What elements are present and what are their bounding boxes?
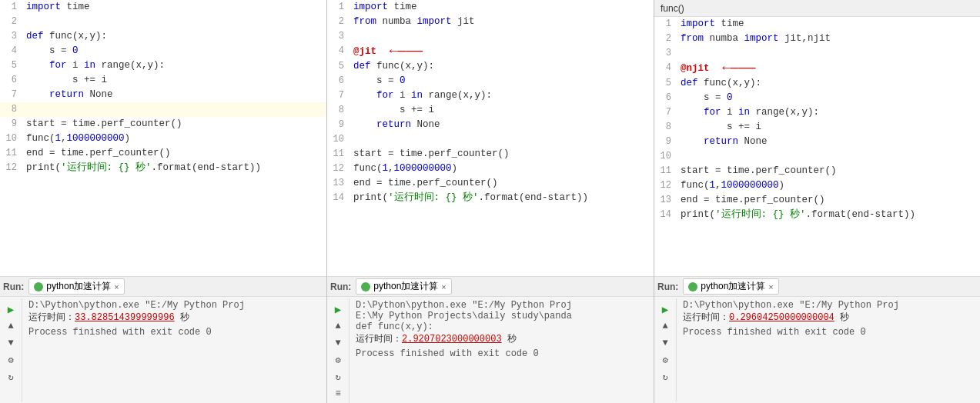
run-down-left[interactable]: ▼ (3, 335, 18, 351)
code-line: 3def func(x,y): (0, 29, 326, 44)
run-play-mid[interactable]: ▶ (330, 301, 346, 317)
line-content: @jit ←——— (350, 44, 654, 59)
line-number: 12 (654, 178, 677, 193)
code-lines-left: 1import time23def func(x,y):4 s = 05 for… (0, 0, 326, 175)
run-extra1-mid[interactable]: ≡ (330, 386, 346, 401)
code-line: 8 (0, 102, 326, 117)
run-text-mid: D:\Python\python.exe "E:/My Python Proj … (350, 298, 654, 403)
code-line: 14print('运行时间: {} 秒'.format(end-start)) (327, 191, 654, 205)
line-number: 4 (327, 44, 350, 58)
line-content: end = time.perf_counter() (350, 176, 654, 191)
code-line: 11end = time.perf_counter() (0, 146, 326, 161)
line-content: func(1,1000000000) (23, 132, 326, 146)
line-number: 14 (654, 208, 677, 222)
code-line: 13end = time.perf_counter() (654, 193, 980, 208)
line-content: s += i (350, 103, 654, 118)
code-line: 12func(1,1000000000) (654, 178, 980, 193)
code-line: 11start = time.perf_counter() (654, 164, 980, 178)
line-content: s = 0 (350, 74, 654, 88)
code-line: 4@njit ←——— (654, 61, 980, 76)
line-content: for i in range(x,y): (677, 105, 980, 120)
tab-close-right[interactable]: × (768, 282, 773, 291)
line-content: for i in range(x,y): (350, 88, 654, 103)
line-number: 6 (327, 74, 350, 88)
run-bar-mid: Run: python加速计算 × ▶ ▲ ▼ ⚙ ↻ ≡ ⊡ (327, 276, 654, 403)
run-tab-mid[interactable]: python加速计算 × (356, 278, 451, 295)
code-line: 5def func(x,y): (654, 76, 980, 91)
line-number: 7 (654, 105, 677, 120)
line-content: print('运行时间: {} 秒'.format(end-start)) (23, 161, 326, 175)
run-up-right[interactable]: ▲ (657, 318, 673, 334)
run-settings-left[interactable]: ⚙ (3, 352, 18, 368)
run-up-mid[interactable]: ▲ (330, 318, 346, 334)
line-number: 11 (654, 164, 677, 178)
line-number: 12 (0, 161, 23, 175)
decorator-arrow-icon: ←——— (714, 61, 756, 75)
line-number: 13 (654, 193, 677, 208)
line-number: 5 (327, 59, 350, 74)
tab-close-left[interactable]: × (114, 282, 119, 291)
line-content: def func(x,y): (350, 59, 654, 74)
run-down-mid[interactable]: ▼ (330, 335, 346, 351)
run-cmd3-mid: def func(x,y): (356, 321, 647, 332)
run-exit-right: Process finished with exit code 0 (683, 327, 974, 338)
run-down-right[interactable]: ▼ (657, 335, 673, 351)
run-time-val-right: 0.29604250000000004 (729, 312, 835, 323)
line-content: for i in range(x,y): (23, 58, 326, 73)
run-cmd-mid: D:\Python\python.exe "E:/My Python Proj (356, 300, 647, 311)
run-label-mid: Run: (330, 281, 351, 292)
code-line: 3 (327, 29, 654, 44)
line-content: start = time.perf_counter() (677, 164, 980, 178)
run-text-left: D:\Python\python.exe "E:/My Python Proj … (22, 298, 326, 401)
line-content: return None (350, 118, 654, 132)
run-cmd-left: D:\Python\python.exe "E:/My Python Proj (28, 300, 320, 311)
run-exit-mid: Process finished with exit code 0 (356, 348, 647, 359)
line-content: import time (350, 0, 654, 15)
line-number: 2 (327, 15, 350, 29)
line-number: 5 (654, 76, 677, 91)
run-up-left[interactable]: ▲ (3, 318, 18, 334)
run-text-right: D:\Python\python.exe "E:/My Python Proj … (677, 298, 980, 401)
run-bar-right: Run: python加速计算 × ▶ ▲ ▼ ⚙ ↻ D:\Python\py… (654, 276, 980, 403)
code-line: 9start = time.perf_counter() (0, 117, 326, 132)
code-line: 10 (654, 149, 980, 164)
line-number: 2 (654, 32, 677, 46)
line-content: print('运行时间: {} 秒'.format(end-start)) (677, 208, 980, 222)
line-number: 3 (0, 29, 23, 44)
line-number: 9 (0, 117, 23, 132)
run-tab-left[interactable]: python加速计算 × (28, 278, 124, 295)
line-content: s = 0 (23, 44, 326, 58)
code-line: 8 s += i (654, 120, 980, 135)
line-number: 4 (654, 61, 677, 75)
code-lines-right: 1import time2from numba import jit,njit3… (654, 17, 980, 222)
run-play-right[interactable]: ▶ (657, 301, 673, 317)
line-content: s += i (23, 73, 326, 88)
run-settings-right[interactable]: ⚙ (657, 352, 673, 368)
line-number: 8 (327, 103, 350, 118)
code-line: 4@jit ←——— (327, 44, 654, 59)
line-content: start = time.perf_counter() (350, 147, 654, 162)
code-lines-mid: 1import time2from numba import jit34@jit… (327, 0, 654, 205)
code-line: 10 (327, 132, 654, 147)
line-number: 10 (327, 132, 350, 147)
line-content: end = time.perf_counter() (677, 193, 980, 208)
code-line: 8 s += i (327, 103, 654, 118)
code-line: 6 s = 0 (654, 91, 980, 105)
line-content: s = 0 (677, 91, 980, 105)
run-rerun-left[interactable]: ↻ (3, 369, 18, 385)
line-number: 11 (327, 147, 350, 162)
run-tab-right[interactable]: python加速计算 × (683, 278, 778, 295)
line-content: from numba import jit,njit (677, 32, 980, 46)
line-number: 8 (654, 120, 677, 135)
code-line: 2 (0, 15, 326, 29)
run-rerun-right[interactable]: ↻ (657, 369, 673, 385)
run-play-left[interactable]: ▶ (3, 301, 18, 317)
tab-close-mid[interactable]: × (441, 282, 446, 291)
run-settings-mid[interactable]: ⚙ (330, 352, 346, 368)
main-panels: 1import time23def func(x,y):4 s = 05 for… (0, 0, 980, 403)
code-line: 1import time (654, 17, 980, 32)
tab-icon-left (34, 282, 43, 291)
run-time-mid: 运行时间：2.9207023000000003 秒 (356, 332, 647, 345)
run-label-right: Run: (657, 281, 678, 292)
run-rerun-mid[interactable]: ↻ (330, 369, 346, 385)
